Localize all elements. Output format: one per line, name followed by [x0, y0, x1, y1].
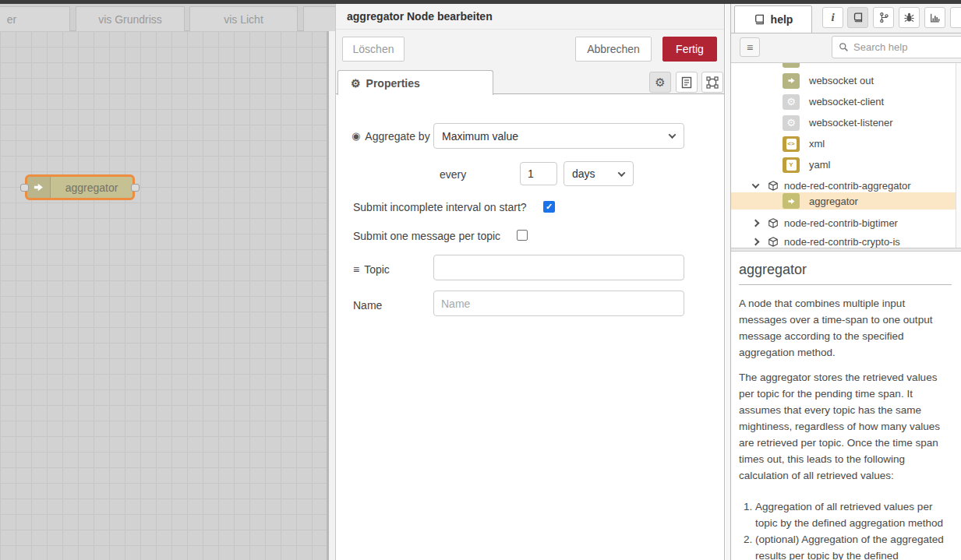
- workspace-tab-tes[interactable]: Tes: [303, 6, 335, 31]
- interval-unit-select[interactable]: days: [564, 161, 634, 186]
- name-label: Name: [353, 292, 382, 318]
- bar-chart-icon: [929, 12, 941, 23]
- websocket-in-icon: [783, 63, 800, 68]
- workspace-tabbar: er vis Grundriss vis Licht Tes: [0, 4, 335, 31]
- edit-node-dialog: aggregator Node bearbeiten Löschen Abbre…: [335, 0, 725, 560]
- help-list: Aggregation of all retrieved values per …: [739, 498, 952, 560]
- delete-button[interactable]: Löschen: [342, 37, 405, 62]
- tree-item-yaml[interactable]: Y yaml: [731, 154, 956, 175]
- xml-icon: <>: [783, 136, 800, 152]
- aggregate-by-label: ◉ Aggregate by: [352, 123, 430, 149]
- help-content-panel: aggregator A node that combines multiple…: [731, 252, 961, 560]
- tree-item-websocket-out[interactable]: websocket out: [731, 70, 956, 91]
- appearance-icon: [706, 76, 719, 89]
- help-paragraph: A node that combines multiple input mess…: [739, 295, 952, 361]
- dialog-tabrow: ⚙ Properties ⚙: [336, 67, 724, 94]
- chevron-down-icon: [669, 131, 677, 139]
- tree-item-websocket-client[interactable]: ⚙ websocket-client: [731, 91, 956, 112]
- node-input-port[interactable]: [20, 184, 29, 192]
- sidebar: help i: [730, 0, 961, 560]
- tree-item-contrib-bigtimer[interactable]: node-red-contrib-bigtimer: [731, 213, 956, 234]
- name-input[interactable]: [433, 291, 684, 316]
- tree-item-label: websocket-client: [809, 96, 884, 107]
- node-icon-area: [27, 177, 51, 198]
- websocket-out-icon: [783, 73, 800, 89]
- tree-item-label: node-red-contrib-bigtimer: [784, 217, 898, 229]
- node-output-port[interactable]: [131, 184, 140, 192]
- interval-unit-value: days: [572, 167, 595, 180]
- help-search-input[interactable]: [853, 41, 947, 53]
- git-branch-icon: [878, 12, 889, 23]
- bug-icon: [903, 12, 915, 23]
- tree-scrollbar[interactable]: [956, 63, 961, 248]
- charts-tab-button[interactable]: [924, 7, 945, 28]
- tasks-icon: ≡: [353, 264, 359, 275]
- help-search-box[interactable]: [832, 36, 961, 58]
- tree-item-websocket-listener[interactable]: ⚙ websocket-listener: [731, 112, 956, 133]
- gear-icon: ⚙: [783, 94, 800, 110]
- check-icon: ✓: [546, 202, 553, 212]
- workspace-tab-label: vis Licht: [224, 13, 263, 26]
- tab-properties[interactable]: ⚙ Properties: [337, 70, 493, 95]
- every-label: every: [440, 161, 466, 187]
- workspace-tab[interactable]: er: [0, 6, 70, 31]
- tree-item-contrib-crypto-is[interactable]: node-red-contrib-crypto-is: [731, 231, 956, 248]
- help-paragraph: The aggregator stores the retrieved valu…: [739, 369, 952, 484]
- appearance-button[interactable]: [701, 72, 723, 93]
- done-button[interactable]: Fertig: [662, 37, 717, 62]
- help-list-item: Aggregation of all retrieved values per …: [755, 498, 952, 531]
- aggregate-by-select[interactable]: Maximum value: [433, 123, 684, 149]
- info-tab-button[interactable]: i: [822, 7, 843, 28]
- tree-item-label: node-red-contrib-aggregator: [784, 180, 911, 192]
- gear-icon: ⚙: [655, 76, 665, 88]
- aggregate-by-text: Aggregate by: [365, 130, 429, 143]
- version-control-tab-button[interactable]: [873, 7, 894, 28]
- workspace-tab-label: er: [7, 13, 16, 26]
- info-icon: i: [831, 11, 834, 24]
- sidebar-tabrow: help i: [731, 4, 961, 33]
- tree-item-aggregator-selected[interactable]: aggregator: [731, 192, 956, 210]
- tab-help-label: help: [771, 13, 793, 26]
- list-icon: ≡: [747, 41, 753, 54]
- canvas-vertical-scrollbar[interactable]: [329, 31, 335, 560]
- debug-tab-button[interactable]: [899, 7, 920, 28]
- tab-help[interactable]: help: [734, 5, 812, 33]
- help-tab-button[interactable]: [847, 7, 868, 28]
- tree-item-label: websocket out: [809, 75, 874, 86]
- tree-item-label: websocket-listener: [809, 117, 893, 129]
- sidebar-searchrow: ≡: [731, 33, 961, 63]
- flow-canvas-grid[interactable]: [0, 31, 329, 560]
- gear-icon: ⚙: [351, 78, 361, 89]
- dot-circle-icon: ◉: [352, 131, 360, 141]
- workspace-tab-vis-grundriss[interactable]: vis Grundriss: [76, 6, 185, 31]
- package-icon: [768, 217, 779, 229]
- description-button[interactable]: [676, 72, 698, 93]
- topic-input[interactable]: [433, 255, 684, 280]
- aggregator-node[interactable]: aggregator: [25, 174, 135, 200]
- gear-icon: ⚙: [783, 115, 800, 131]
- book-icon: [853, 12, 864, 23]
- workspace-tab-vis-licht[interactable]: vis Licht: [189, 6, 298, 31]
- tree-item-xml[interactable]: <> xml: [731, 133, 956, 154]
- help-toc-toggle-button[interactable]: ≡: [740, 37, 760, 57]
- tree-item-label: yaml: [809, 159, 830, 171]
- aggregator-icon: [783, 193, 800, 209]
- flow-canvas-area: er vis Grundriss vis Licht Tes aggregato…: [0, 0, 335, 560]
- interval-count-input[interactable]: [520, 162, 557, 185]
- package-icon: [768, 236, 779, 248]
- submit-incomplete-checkbox[interactable]: ✓: [543, 201, 555, 213]
- help-node-tree: websocket out ⚙ websocket-client ⚙ webso…: [731, 63, 961, 248]
- more-tab-button[interactable]: [950, 7, 961, 28]
- cancel-button[interactable]: Abbrechen: [575, 37, 652, 62]
- properties-gear-button[interactable]: ⚙: [649, 72, 671, 93]
- chevron-right-icon[interactable]: [752, 238, 760, 246]
- editor-header-bar: [0, 0, 961, 4]
- chevron-right-icon[interactable]: [752, 220, 760, 227]
- chevron-down-icon[interactable]: [752, 181, 760, 188]
- tree-item-label: node-red-contrib-crypto-is: [784, 236, 900, 248]
- help-title: aggregator: [739, 262, 952, 285]
- topic-text: Topic: [364, 263, 390, 276]
- one-message-checkbox[interactable]: [517, 230, 528, 241]
- submit-incomplete-label: Submit incomplete interval on start?: [353, 194, 527, 220]
- book-icon: [754, 14, 765, 25]
